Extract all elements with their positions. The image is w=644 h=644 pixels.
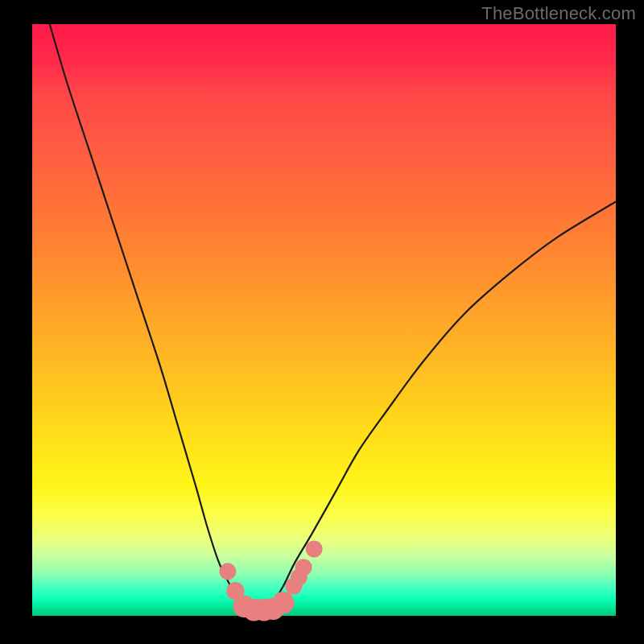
marker-dot [219,563,236,580]
marker-dot [306,540,323,557]
bottleneck-curve [32,24,616,616]
plot-area [32,24,616,616]
markers-group [219,540,322,621]
marker-dot [272,592,295,614]
curve-path [50,24,616,611]
chart-frame: TheBottleneck.com [0,0,644,644]
watermark-text: TheBottleneck.com [481,3,636,24]
marker-dot [295,559,312,576]
